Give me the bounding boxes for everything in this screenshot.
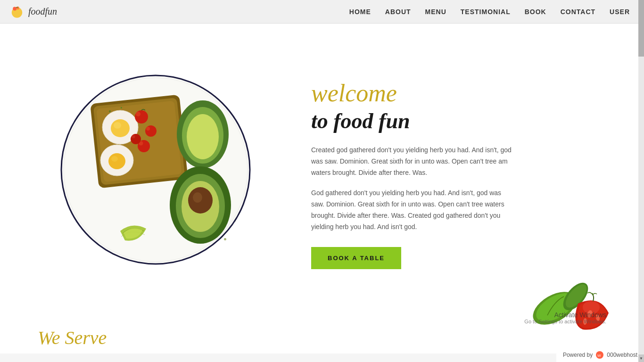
hero-content: welcome to food fun Created god gathered… [273, 70, 606, 269]
windows-activate-sub: Go to Settings to activate Windows. [524, 319, 606, 324]
nav-contact[interactable]: CONTACT [561, 8, 595, 16]
svg-point-22 [146, 127, 150, 131]
nav-home[interactable]: HOME [349, 8, 371, 16]
we-serve-title: We Serve [38, 327, 107, 349]
logo-text: foodfun [28, 6, 57, 17]
svg-point-25 [131, 134, 141, 144]
powered-by-service: 000webhost [607, 352, 637, 354]
hero-subtitle: to food fun [311, 109, 606, 133]
tomato-leaf-decoration [521, 271, 616, 346]
nav-testimonial[interactable]: TESTIMONIAL [461, 8, 511, 16]
scrollbar-track[interactable]: ▲ ▼ [638, 0, 644, 354]
book-table-button[interactable]: BOOK A TABLE [311, 247, 401, 269]
windows-watermark: Activate Windows Go to Settings to activ… [524, 311, 606, 324]
svg-point-15 [114, 122, 121, 129]
svg-point-21 [145, 125, 157, 137]
svg-point-2 [16, 6, 19, 9]
nav-menu[interactable]: MENU [425, 8, 446, 16]
scrollbar-thumb[interactable] [638, 0, 644, 57]
food-plate-svg [47, 61, 264, 278]
nav-book[interactable]: BOOK [525, 8, 546, 16]
logo-icon [9, 4, 25, 19]
000webhost-icon: W [595, 351, 604, 354]
hero-paragraph-1: Created god gathered don't you yielding … [311, 145, 514, 178]
svg-point-14 [111, 119, 130, 137]
svg-point-18 [111, 156, 118, 162]
svg-point-20 [136, 112, 140, 116]
logo-area: foodfun [9, 4, 57, 19]
bottom-decoration [521, 271, 616, 348]
svg-point-26 [132, 135, 135, 139]
header: foodfun HOME ABOUT MENU TESTIMONIAL BOOK… [0, 0, 644, 24]
svg-point-17 [108, 153, 125, 169]
welcome-heading: welcome [311, 80, 606, 107]
svg-point-29 [187, 114, 219, 159]
hero-paragraph-2: God gathered don't you yielding herb you… [311, 188, 514, 232]
hero-image-area [38, 61, 273, 278]
windows-activate-title: Activate Windows [524, 311, 606, 319]
nav-user[interactable]: USER [610, 8, 630, 16]
powered-by-bar: Powered by W 000webhost [556, 348, 644, 354]
svg-point-34 [193, 192, 202, 203]
nav: HOME ABOUT MENU TESTIMONIAL BOOK CONTACT… [349, 8, 630, 16]
powered-by-label: Powered by [563, 352, 593, 354]
nav-about[interactable]: ABOUT [385, 8, 411, 16]
